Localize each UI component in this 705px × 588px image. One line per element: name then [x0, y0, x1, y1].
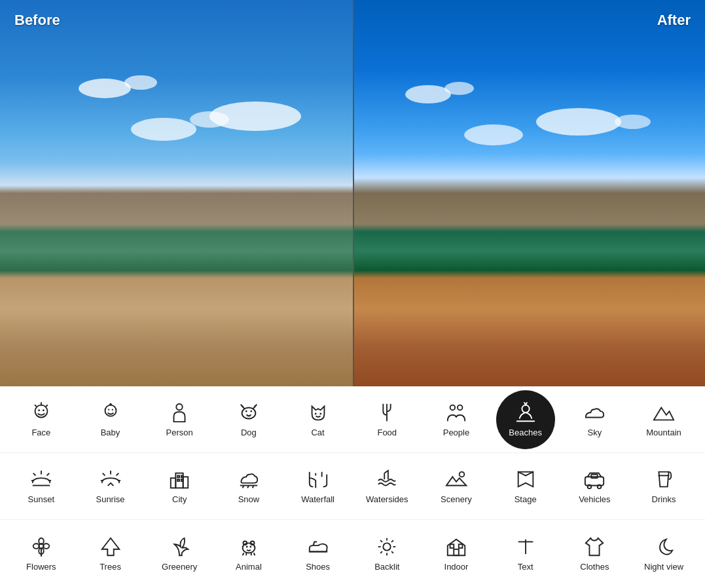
- drinks-icon: [653, 468, 675, 490]
- category-watersides[interactable]: Watersides: [357, 457, 416, 516]
- backlit-icon: [376, 536, 398, 558]
- category-sunset[interactable]: Sunset: [12, 457, 71, 516]
- city-icon: [168, 468, 190, 490]
- nightview-label: Night view: [644, 562, 683, 572]
- trees-icon: [99, 536, 122, 558]
- category-text[interactable]: Text: [496, 524, 555, 583]
- svg-rect-36: [181, 479, 183, 481]
- drinks-label: Drinks: [652, 494, 676, 504]
- svg-line-71: [391, 540, 393, 542]
- svg-rect-72: [454, 549, 459, 555]
- svg-point-55: [243, 541, 247, 545]
- before-label: Before: [14, 12, 60, 29]
- vehicles-label: Vehicles: [579, 494, 610, 504]
- sunset-icon: [30, 468, 52, 490]
- after-label: After: [657, 12, 691, 29]
- people-icon: [445, 401, 467, 424]
- category-dog[interactable]: Dog: [219, 390, 278, 449]
- svg-point-1: [38, 409, 40, 411]
- svg-point-16: [450, 405, 456, 411]
- baby-icon: [99, 401, 122, 424]
- sunset-label: Sunset: [28, 494, 54, 504]
- beaches-icon: [515, 401, 537, 424]
- snow-label: Snow: [238, 494, 260, 504]
- category-mountain[interactable]: Mountain: [634, 390, 693, 449]
- category-baby[interactable]: Baby: [81, 390, 140, 449]
- category-waterfall[interactable]: Waterfall: [289, 457, 348, 516]
- category-shoes[interactable]: Shoes: [289, 524, 348, 583]
- svg-point-17: [458, 405, 463, 411]
- category-people[interactable]: People: [427, 390, 486, 449]
- face-icon: [30, 401, 52, 424]
- svg-line-68: [380, 540, 382, 542]
- category-food[interactable]: Food: [357, 390, 416, 449]
- svg-rect-35: [177, 479, 179, 481]
- category-face[interactable]: Face: [12, 390, 71, 449]
- clothes-label: Clothes: [580, 562, 609, 572]
- watersides-icon: [376, 468, 398, 490]
- face-label: Face: [31, 428, 50, 437]
- svg-point-12: [314, 413, 316, 414]
- category-backlit[interactable]: Backlit: [357, 524, 416, 583]
- sunrise-label: Sunrise: [96, 494, 124, 504]
- category-row-1: Face Baby Pers: [0, 386, 705, 453]
- flowers-label: Flowers: [26, 562, 56, 572]
- dog-icon: [238, 401, 260, 424]
- category-trees[interactable]: Trees: [81, 524, 140, 583]
- dog-label: Dog: [241, 428, 257, 437]
- category-nightview[interactable]: Night view: [634, 524, 693, 583]
- category-stage[interactable]: Stage: [496, 457, 555, 516]
- category-animal[interactable]: Animal: [219, 524, 278, 583]
- sky-icon: [583, 401, 606, 424]
- clothes-icon: [583, 536, 606, 558]
- food-label: Food: [377, 428, 397, 437]
- category-greenery[interactable]: Greenery: [150, 524, 209, 583]
- baby-label: Baby: [101, 428, 120, 437]
- text-label: Text: [518, 562, 533, 572]
- text-icon: [515, 536, 537, 558]
- svg-point-6: [109, 403, 112, 406]
- category-flowers[interactable]: Flowers: [12, 524, 71, 583]
- animal-label: Animal: [236, 562, 262, 572]
- scenery-label: Scenery: [441, 494, 472, 504]
- svg-point-13: [319, 413, 321, 414]
- categories-panel: Face Baby Pers: [0, 386, 705, 588]
- svg-rect-74: [459, 544, 463, 548]
- category-cat[interactable]: Cat: [289, 390, 348, 449]
- category-beaches[interactable]: Beaches: [496, 390, 555, 449]
- photo-comparison: Before After: [0, 0, 705, 386]
- svg-line-21: [46, 473, 49, 476]
- category-sky[interactable]: Sky: [565, 390, 624, 449]
- category-person[interactable]: Person: [150, 390, 209, 449]
- svg-point-63: [384, 543, 391, 550]
- mountain-label: Mountain: [646, 428, 681, 437]
- svg-point-18: [522, 405, 529, 413]
- category-row-3: Flowers Trees Greenery: [0, 520, 705, 587]
- svg-point-41: [460, 472, 465, 477]
- svg-point-45: [598, 485, 602, 489]
- category-drinks[interactable]: Drinks: [634, 457, 693, 516]
- animal-icon: [238, 536, 260, 558]
- city-label: City: [172, 494, 187, 504]
- category-city[interactable]: City: [150, 457, 209, 516]
- category-vehicles[interactable]: Vehicles: [565, 457, 624, 516]
- greenery-label: Greenery: [162, 562, 197, 572]
- svg-point-7: [176, 404, 182, 410]
- vehicles-icon: [583, 468, 606, 490]
- nightview-icon: [653, 536, 675, 558]
- waterfall-label: Waterfall: [301, 494, 334, 504]
- person-icon: [168, 401, 190, 424]
- category-scenery[interactable]: Scenery: [427, 457, 486, 516]
- svg-point-2: [43, 409, 45, 411]
- svg-point-58: [249, 545, 251, 547]
- category-snow[interactable]: Snow: [219, 457, 278, 516]
- category-indoor[interactable]: Indoor: [427, 524, 486, 583]
- svg-rect-31: [171, 478, 176, 488]
- greenery-icon: [168, 536, 190, 558]
- sky-label: Sky: [588, 428, 602, 437]
- category-sunrise[interactable]: Sunrise: [81, 457, 140, 516]
- svg-point-11: [246, 415, 251, 418]
- category-row-2: Sunset Sunrise: [0, 453, 705, 520]
- svg-line-27: [116, 473, 118, 476]
- category-clothes[interactable]: Clothes: [565, 524, 624, 583]
